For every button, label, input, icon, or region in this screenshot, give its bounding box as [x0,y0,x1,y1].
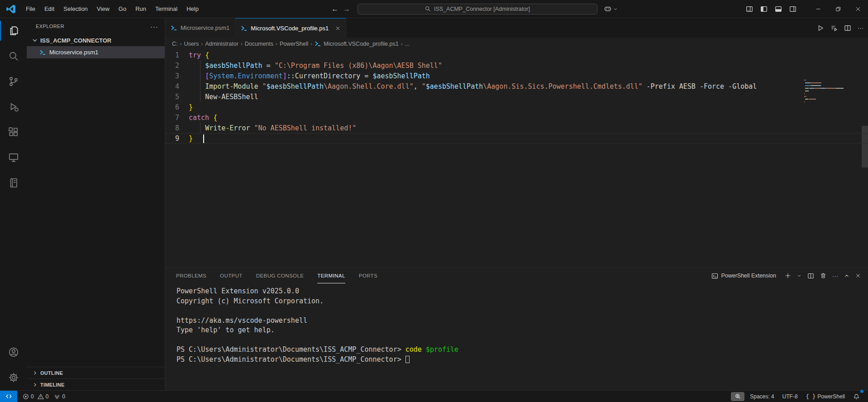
editor-more-actions-icon[interactable]: ··· [858,24,863,31]
code-line-8[interactable]: 8 Write-Error "No AESBShell installed!" [165,123,868,133]
line-number: 5 [165,93,189,101]
split-editor-button[interactable] [844,24,851,32]
copilot-button[interactable] [604,5,618,13]
menu-view[interactable]: View [92,4,114,14]
encoding-status-item[interactable]: UTF-8 [780,391,801,402]
terminal-line [176,335,859,345]
tab-microservice-psm1[interactable]: Microservice.psm1 [165,18,235,38]
timeline-section[interactable]: TIMELINE [27,378,165,390]
outline-section[interactable]: OUTLINE [27,367,165,378]
panel-tab-debug-console[interactable]: DEBUG CONSOLE [256,268,304,283]
code-text: Write-Error "No AESBShell installed!" [189,124,356,132]
command-center-search[interactable]: ISS_ACMP_Connector [Administrator] [358,4,597,14]
menu-file[interactable]: File [21,4,40,14]
language-status-item[interactable]: { } PowerShell [803,391,848,402]
ports-count: 0 [62,393,65,400]
code-line-4[interactable]: 4 Import-Module "$aesbShellPath\Aagon.Sh… [165,81,868,91]
code-line-9[interactable]: 9} [165,133,868,144]
source-control-icon[interactable] [0,69,27,94]
breadcrumb-item[interactable]: PowerShell [280,41,308,47]
panel-tab-ports[interactable]: PORTS [359,268,377,283]
file-row[interactable]: Microservice.psm1 [27,46,165,58]
new-terminal-button[interactable] [785,273,791,279]
close-window-button[interactable] [848,0,868,18]
forward-arrow-icon[interactable]: → [343,5,350,13]
panel-tab-output[interactable]: OUTPUT [220,268,243,283]
menu-run[interactable]: Run [131,4,151,14]
line-number: 9 [165,134,189,143]
file-name: Microservice.psm1 [49,49,98,56]
restore-button[interactable] [828,0,848,18]
warning-count: 0 [46,393,49,400]
tab-microsoft-vscode-profile-ps1[interactable]: Microsoft.VSCode_profile.ps1 [235,18,346,38]
line-number: 6 [165,103,189,111]
run-debug-icon[interactable] [0,94,27,120]
kill-terminal-button[interactable] [820,273,826,279]
breadcrumb-item[interactable]: Administrator [205,41,238,47]
back-arrow-icon[interactable]: ← [331,5,339,13]
chevron-right-icon [32,370,38,376]
notebook-icon[interactable] [0,170,27,196]
panel-tab-terminal[interactable]: TERMINAL [317,268,345,283]
remote-explorer-icon[interactable] [0,145,27,170]
code-line-5[interactable]: 5 New-AESBShell [165,91,868,102]
code-editor[interactable]: 1try {2 $aesbShellPath = "C:\Program Fil… [165,50,868,268]
terminal-icon [711,273,718,279]
accounts-icon[interactable] [0,340,27,365]
menu-help[interactable]: Help [182,4,203,14]
terminal-instance-entry[interactable]: PowerShell Extension [711,273,776,279]
maximize-panel-icon[interactable] [844,273,849,278]
breadcrumb-item[interactable]: Documents [245,41,273,47]
breadcrumb-item[interactable]: ... [405,41,410,47]
toggle-panel-icon[interactable] [775,5,782,13]
explorer-icon[interactable] [0,18,27,43]
code-line-3[interactable]: 3 [System.Environment]::CurrentDirectory… [165,71,868,81]
error-count: 0 [31,393,34,400]
zoom-indicator[interactable] [731,392,744,401]
menu-selection[interactable]: Selection [59,4,92,14]
code-text: [System.Environment]::CurrentDirectory =… [189,72,430,80]
vscode-logo-icon [6,4,16,14]
menu-edit[interactable]: Edit [40,4,59,14]
split-terminal-button[interactable] [807,273,814,279]
explorer-more-actions-icon[interactable]: ··· [150,23,158,30]
code-line-6[interactable]: 6} [165,102,868,112]
toggle-primary-sidebar-icon[interactable] [760,5,768,13]
line-number: 7 [165,114,189,122]
problems-status-item[interactable]: 0 0 [20,391,51,402]
launch-profile-chevron-icon[interactable] [797,273,801,278]
run-selection-button[interactable] [830,24,838,32]
text-cursor [203,134,204,143]
code-line-2[interactable]: 2 $aesbShellPath = "C:\Program Files (x8… [165,60,868,71]
close-tab-icon[interactable] [335,26,340,31]
outline-label: OUTLINE [40,370,63,376]
terminal-output[interactable]: PowerShell Extension v2025.0.0Copyright … [176,287,859,390]
ports-status-item[interactable]: 0 [51,391,68,402]
code-line-7[interactable]: 7catch { [165,112,868,123]
indentation-status-item[interactable]: Spaces: 4 [747,391,777,402]
settings-icon[interactable] [0,365,27,390]
remote-indicator[interactable] [0,391,17,402]
menu-terminal[interactable]: Terminal [151,4,182,14]
folder-row[interactable]: ISS_ACMP_CONNECTOR [27,34,165,46]
powershell-file-icon [241,25,248,32]
customize-layout-icon[interactable] [746,5,753,13]
tab-label: Microservice.psm1 [181,24,229,31]
breadcrumb-item[interactable]: C: [172,41,178,47]
notifications-bell[interactable] [850,391,863,402]
code-line-1[interactable]: 1try { [165,50,868,60]
run-script-button[interactable] [817,24,824,32]
minimize-button[interactable] [808,0,828,18]
menu-go[interactable]: Go [114,4,131,14]
panel-tab-problems[interactable]: PROBLEMS [176,268,206,283]
search-icon[interactable] [0,43,27,69]
line-number: 4 [165,82,189,91]
chevron-right-icon [32,382,38,388]
close-panel-icon[interactable] [855,273,861,278]
panel-header: PROBLEMSOUTPUTDEBUG CONSOLETERMINALPORTS… [165,268,868,283]
breadcrumb-item[interactable]: Users [184,41,199,47]
panel-more-actions-icon[interactable]: ··· [832,273,838,279]
breadcrumb-item[interactable]: Microsoft.VSCode_profile.ps1 [315,40,398,47]
toggle-secondary-sidebar-icon[interactable] [789,5,796,13]
extensions-icon[interactable] [0,120,27,145]
